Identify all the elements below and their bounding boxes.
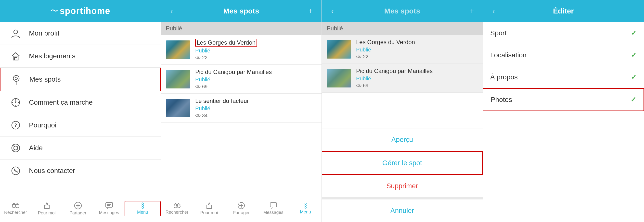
action-gerer[interactable]: Gérer le spot	[322, 151, 483, 175]
svg-point-35	[197, 115, 199, 116]
svg-point-4	[15, 77, 18, 80]
svg-point-6	[15, 102, 16, 103]
spot-views-3-1: 22	[356, 54, 478, 59]
tab-messages-2[interactable]: Messages	[257, 202, 290, 215]
spot-status-1: Publié	[195, 47, 316, 54]
edit-item-localisation[interactable]: Localisation ✓	[483, 44, 644, 66]
add-button-2[interactable]: +	[306, 7, 316, 15]
spot-item-3-2[interactable]: Pic du Canigou par Mariailles Publié 69	[322, 64, 483, 93]
tab-rechercher-2[interactable]: Rechercher	[161, 203, 193, 215]
svg-point-21	[12, 204, 16, 208]
spot-views-3: 34	[195, 113, 316, 118]
svg-point-47	[358, 85, 360, 86]
svg-rect-1	[13, 56, 18, 60]
sidebar-header: 〜 sportihome	[0, 0, 161, 22]
svg-rect-2	[14, 58, 17, 60]
sidebar-label-comment: Comment ça marche	[29, 98, 93, 106]
tab-pourmoi-1[interactable]: Pour moi	[31, 202, 62, 216]
spot-status-3-2: Publié	[356, 75, 478, 82]
edit-item-apropos[interactable]: À propos ✓	[483, 66, 644, 88]
action-annuler[interactable]: Annuler	[322, 198, 483, 222]
chat-icon-2	[270, 202, 277, 209]
edit-item-sport[interactable]: Sport ✓	[483, 22, 644, 44]
spot-thumb-3-2	[327, 69, 351, 87]
back-button-3[interactable]: ‹	[328, 7, 338, 15]
action-supprimer[interactable]: Supprimer	[322, 175, 483, 198]
svg-line-16	[13, 145, 14, 147]
edit-item-photos[interactable]: Photos ✓	[483, 88, 644, 111]
sidebar-item-aide[interactable]: Aide	[0, 137, 161, 160]
compass-icon	[10, 97, 22, 108]
chat-icon-1	[105, 202, 113, 209]
bottom-tabs-panel2: Rechercher Pour moi Partager	[161, 195, 322, 222]
tab-pourmoi-2[interactable]: Pour moi	[193, 202, 225, 216]
svg-point-36	[174, 205, 177, 208]
spot-name-1: Les Gorges du Verdon	[195, 39, 257, 46]
tab-partager-1[interactable]: Partager	[62, 202, 94, 216]
sidebar-item-logements[interactable]: Mes logements	[0, 45, 161, 68]
spot-item-2[interactable]: Pic du Canigou par Mariailles Publié 69	[161, 65, 322, 94]
sidebar-item-comment[interactable]: Comment ça marche	[0, 91, 161, 114]
plus-icon-1	[74, 202, 82, 210]
sidebar-label-aide: Aide	[29, 144, 43, 152]
spots-title-3: Mes spots	[338, 7, 467, 15]
plus-icon-2	[238, 202, 245, 209]
edit-label-apropos: À propos	[490, 73, 518, 81]
svg-point-15	[14, 146, 18, 150]
spot-views-count-1: 22	[202, 55, 208, 60]
edit-check-photos: ✓	[630, 96, 636, 104]
sidebar-label-logements: Mes logements	[29, 52, 76, 60]
spot-status-3: Publié	[195, 105, 316, 112]
tab-partager-2[interactable]: Partager	[225, 202, 257, 216]
sidebar-label-contact: Nous contacter	[29, 167, 75, 175]
svg-rect-42	[270, 203, 277, 207]
edit-list: Sport ✓ Localisation ✓ À propos ✓ Photos…	[483, 22, 644, 222]
tab-rechercher-1[interactable]: Rechercher	[0, 202, 31, 215]
tab-label-menu-2: Menu	[300, 210, 311, 215]
sidebar-item-pourquoi[interactable]: ? Pourquoi	[0, 114, 161, 137]
svg-rect-27	[106, 203, 112, 207]
bottom-tabs-panel1: Rechercher Pour moi Partager	[0, 195, 161, 222]
add-button-3[interactable]: +	[467, 7, 477, 15]
spot-item-1[interactable]: Les Gorges du Verdon Publié 22	[161, 35, 322, 65]
spot-thumb-3-1	[327, 40, 351, 59]
sidebar-item-profil[interactable]: Mon profil	[0, 22, 161, 45]
spots-title-2: Mes spots	[176, 7, 306, 15]
svg-point-22	[16, 204, 19, 208]
edit-label-photos: Photos	[491, 96, 512, 104]
action-apercu[interactable]: Aperçu	[322, 128, 483, 151]
binoculars-icon-2	[174, 203, 181, 209]
sidebar-label-profil: Mon profil	[29, 29, 59, 37]
sidebar-label-spots: Mes spots	[30, 75, 61, 83]
person-icon	[10, 27, 22, 39]
svg-point-30	[142, 203, 144, 205]
tab-menu-2[interactable]: Menu	[290, 203, 322, 215]
svg-marker-11	[15, 100, 16, 102]
tab-menu-1[interactable]: Menu	[124, 201, 161, 216]
tab-messages-1[interactable]: Messages	[94, 202, 124, 216]
home-icon	[10, 50, 22, 62]
pin-icon	[10, 73, 22, 85]
spot-name-3-1: Les Gorges du Verdon	[356, 39, 478, 46]
tab-label-pour-2: Pour moi	[200, 210, 218, 216]
tab-label-msg-2: Messages	[263, 210, 283, 215]
spot-name-3: Le sentier du facteur	[195, 98, 316, 104]
spots-header: ‹ Mes spots +	[161, 0, 322, 22]
spot-status-2: Publié	[195, 76, 316, 83]
spot-info-1: Les Gorges du Verdon Publié 22	[195, 39, 316, 60]
back-button-2[interactable]: ‹	[167, 7, 176, 15]
phone-icon	[10, 165, 22, 177]
spot-item-3[interactable]: Le sentier du facteur Publié 34	[161, 94, 322, 123]
spot-name-2: Pic du Canigou par Mariailles	[195, 69, 316, 75]
edit-label-sport: Sport	[490, 29, 507, 37]
spot-views-3-2: 69	[356, 83, 478, 88]
panel-spots-action: ‹ Mes spots + Publié Les Gorges du Verdo…	[322, 0, 483, 222]
tab-label-rechercher-1: Rechercher	[4, 210, 27, 215]
svg-point-34	[197, 86, 199, 87]
sidebar-item-contact[interactable]: Nous contacter	[0, 160, 161, 182]
sidebar-item-spots[interactable]: Mes spots	[0, 68, 161, 91]
svg-point-33	[197, 57, 199, 59]
spot-item-3-1[interactable]: Les Gorges du Verdon Publié 22	[322, 35, 483, 64]
back-button-4[interactable]: ‹	[489, 7, 498, 15]
svg-line-19	[13, 150, 14, 151]
